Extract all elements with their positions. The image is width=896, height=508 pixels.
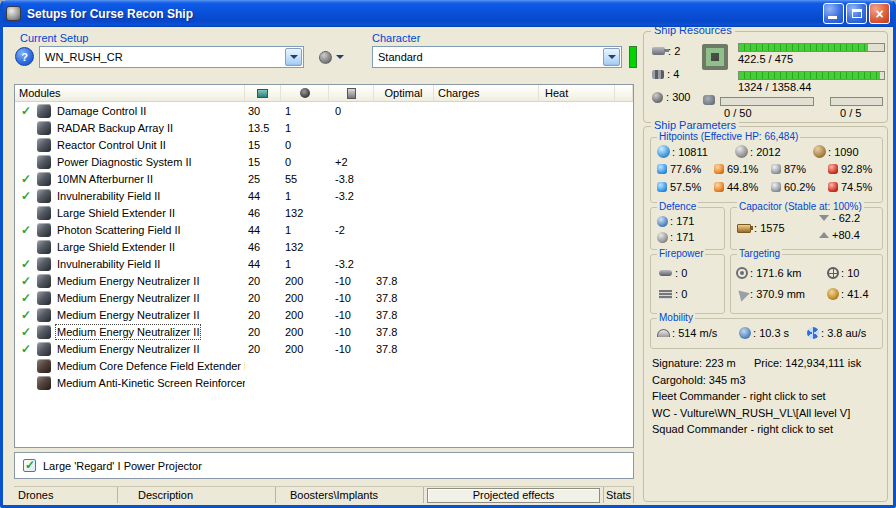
module-heat-value	[539, 170, 615, 187]
setup-combobox[interactable]: WN_RUSH_CR	[39, 46, 304, 68]
module-charges-value	[434, 306, 539, 323]
module-row[interactable]: 10MN Afterburner II 25 55 -3.8	[15, 170, 633, 187]
module-charges-value	[434, 323, 539, 340]
wing-commander-slot[interactable]: WC - Vulture\WN_RUSH_VL\[All level V]	[652, 407, 850, 419]
module-cap-value: -10	[329, 289, 374, 306]
module-cap-value	[329, 238, 374, 255]
module-name: Photon Scattering Field II	[57, 224, 181, 236]
module-name: Medium Anti-Kinetic Screen Reinforcer I	[57, 377, 245, 389]
armor-resist-value: 44.8%	[727, 181, 758, 193]
powergrid-usage-text: 1324 / 1358.44	[738, 81, 811, 93]
character-combobox-value: Standard	[378, 51, 423, 63]
help-button[interactable]: ?	[15, 47, 34, 66]
capacitor-recharge: +80.4	[819, 229, 860, 241]
defence-box: Defence 171 171	[650, 207, 725, 250]
module-optimal-value: 37.8	[374, 340, 434, 357]
module-row[interactable]: RADAR Backup Array II 13.5 1	[15, 119, 633, 136]
tab-boosters-implants[interactable]: Boosters\Implants	[276, 487, 424, 503]
module-icon	[37, 138, 51, 152]
module-powergrid-value	[281, 357, 329, 374]
dronebay-bar	[720, 97, 814, 106]
fleet-commander-slot[interactable]: Fleet Commander - right click to set	[652, 390, 826, 402]
module-icon	[37, 121, 51, 135]
tab-description[interactable]: Description	[118, 487, 276, 503]
minimize-icon	[828, 16, 837, 19]
module-row[interactable]: Photon Scattering Field II 44 1 -2	[15, 221, 633, 238]
module-active-check-icon	[19, 223, 33, 237]
projected-effects-box[interactable]: Projected effects	[427, 488, 600, 503]
cargohold-text: Cargohold: 345 m3	[652, 374, 746, 386]
module-row[interactable]: Large Shield Extender II 46 132	[15, 204, 633, 221]
sensor-strength-value: 41.4	[841, 288, 869, 300]
explosive-icon	[714, 164, 724, 174]
armor-hp-icon	[735, 145, 748, 158]
module-cap-value: +2	[329, 153, 374, 170]
hull-hp-icon	[813, 145, 826, 158]
minimize-button[interactable]	[823, 3, 844, 24]
projected-module-label[interactable]: Large 'Regard' I Power Projector	[43, 460, 202, 472]
module-row[interactable]: Invulnerability Field II 44 1 -3.2	[15, 187, 633, 204]
module-active-check-icon	[19, 325, 33, 339]
hull-hp-value: 1090	[828, 146, 859, 158]
capacitor-battery-icon	[737, 224, 751, 233]
squad-commander-slot[interactable]: Squad Commander - right click to set	[652, 423, 833, 435]
drones-usage-text: 0 / 5	[840, 107, 861, 119]
module-cpu-value: 25	[245, 170, 281, 187]
armor-resist: 74.5%	[828, 181, 885, 193]
module-row[interactable]: Large Shield Extender II 46 132	[15, 238, 633, 255]
module-row[interactable]: Medium Energy Neutralizer II 20 200 -10 …	[15, 289, 633, 306]
shield-resist-value: 77.6%	[670, 163, 701, 175]
module-row[interactable]: Reactor Control Unit II 15 0	[15, 136, 633, 153]
armor-resist: 44.8%	[714, 181, 771, 193]
hitpoints-box: Hitpoints (Effective HP: 66,484) 10811 2…	[650, 137, 883, 203]
character-combobox[interactable]: Standard	[372, 46, 622, 68]
module-cap-value: -3.2	[329, 187, 374, 204]
module-cpu-value	[245, 357, 281, 374]
module-optimal-value	[374, 255, 434, 272]
module-row[interactable]: Damage Control II 30 1 0	[15, 102, 633, 119]
close-button[interactable]: ×	[869, 3, 890, 24]
tab-drones[interactable]: Drones	[14, 487, 118, 503]
current-setup-label: Current Setup	[20, 32, 88, 44]
shield-hp-icon	[657, 145, 670, 158]
shield-hp: 10811	[657, 145, 735, 158]
titlebar[interactable]: Setups for Curse Recon Ship ×	[0, 0, 896, 27]
capacitor-amount-value: 1575	[754, 222, 785, 234]
cpu-bar-fill	[739, 44, 868, 51]
module-icon	[37, 274, 51, 288]
module-row[interactable]: Medium Energy Neutralizer II 20 200 -10 …	[15, 340, 633, 357]
module-optimal-value	[374, 136, 434, 153]
module-icon	[37, 172, 51, 186]
module-optimal-value	[374, 119, 434, 136]
module-heat-value	[539, 357, 615, 374]
maximize-button[interactable]	[846, 3, 867, 24]
targeting-range-value: 171.6 km	[750, 267, 801, 279]
module-heat-value	[539, 340, 615, 357]
shield-recharge-icon	[657, 216, 668, 227]
max-speed-value: 514 m/s	[672, 327, 717, 339]
module-row[interactable]: Medium Energy Neutralizer II 20 200 -10 …	[15, 272, 633, 289]
targeting-title: Targeting	[737, 248, 782, 259]
module-name: Medium Energy Neutralizer II	[57, 326, 199, 338]
setup-tools-button[interactable]	[312, 46, 350, 68]
chevron-down-icon	[336, 55, 344, 59]
shield-resist: 87%	[771, 163, 828, 175]
module-powergrid-value: 1	[281, 119, 329, 136]
module-row[interactable]: Power Diagnostic System II 15 0 +2	[15, 153, 633, 170]
setup-combobox-dropdown-button[interactable]	[285, 48, 302, 66]
mobility-box: Mobility 514 m/s 10.3 s 3.8 au/s	[650, 318, 883, 349]
tab-projected-effects[interactable]: Projected effects	[424, 487, 604, 503]
module-row[interactable]: Medium Anti-Kinetic Screen Reinforcer I	[15, 374, 633, 391]
module-row[interactable]: Invulnerability Field II 44 1 -3.2	[15, 255, 633, 272]
projected-module-checkbox[interactable]	[23, 459, 36, 472]
volley-icon	[659, 270, 672, 276]
module-powergrid-value: 200	[281, 340, 329, 357]
module-row[interactable]: Medium Energy Neutralizer II 20 200 -10 …	[15, 306, 633, 323]
character-combobox-dropdown-button[interactable]	[603, 48, 620, 66]
hull-hp: 1090	[813, 145, 891, 158]
capacitor-usage-value: - 62.2	[832, 212, 860, 224]
tab-stats[interactable]: Stats	[604, 487, 634, 503]
module-row[interactable]: Medium Core Defence Field Extender I	[15, 357, 633, 374]
module-name: Large Shield Extender II	[57, 241, 175, 253]
module-row[interactable]: Medium Energy Neutralizer II 20 200 -10 …	[15, 323, 633, 340]
